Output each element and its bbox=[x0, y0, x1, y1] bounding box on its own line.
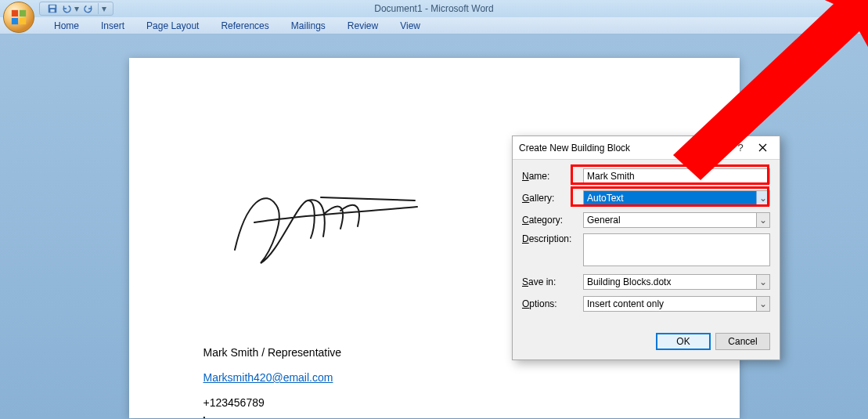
options-value: Insert content only bbox=[587, 298, 664, 309]
label-save-in: Save in: bbox=[522, 276, 583, 287]
qat-customize-icon[interactable]: ▾ bbox=[102, 3, 108, 14]
gallery-value: AutoText bbox=[587, 193, 624, 204]
signature-phone: +123456789 bbox=[203, 396, 265, 409]
label-gallery: Gallery: bbox=[522, 193, 583, 204]
tab-mailings[interactable]: Mailings bbox=[280, 18, 337, 34]
ribbon-tabs: Home Insert Page Layout References Maili… bbox=[0, 17, 868, 34]
undo-button[interactable] bbox=[60, 2, 73, 15]
chevron-down-icon: ⌄ bbox=[756, 191, 769, 205]
create-building-block-dialog: Create New Building Block ? Name: Galler… bbox=[512, 135, 780, 360]
tab-insert[interactable]: Insert bbox=[90, 18, 135, 34]
dialog-close-button[interactable] bbox=[751, 139, 773, 157]
tab-references[interactable]: References bbox=[210, 18, 279, 34]
chevron-down-icon: ⌄ bbox=[756, 297, 769, 311]
gallery-select[interactable]: AutoText ⌄ bbox=[583, 190, 770, 206]
dialog-title: Create New Building Block bbox=[519, 143, 729, 154]
signature-image bbox=[223, 168, 427, 269]
category-value: General bbox=[587, 215, 621, 226]
tab-view[interactable]: View bbox=[389, 18, 431, 34]
svg-rect-6 bbox=[50, 9, 54, 13]
window-title: Document1 - Microsoft Word bbox=[374, 3, 494, 14]
name-input[interactable] bbox=[583, 168, 770, 184]
title-bar: ▾ ▾ Document1 - Microsoft Word bbox=[0, 0, 868, 17]
tab-home[interactable]: Home bbox=[43, 18, 90, 34]
list-bullet: • bbox=[203, 414, 206, 419]
description-textarea[interactable] bbox=[583, 233, 770, 266]
signature-email-link[interactable]: Marksmith420@email.com bbox=[203, 371, 333, 384]
label-category: Category: bbox=[522, 215, 583, 226]
undo-dropdown-icon[interactable]: ▾ bbox=[74, 3, 81, 14]
quick-access-toolbar: ▾ ▾ bbox=[39, 2, 113, 16]
office-logo-icon bbox=[10, 9, 27, 26]
svg-rect-5 bbox=[50, 5, 56, 9]
close-icon bbox=[758, 143, 767, 152]
signature-name-line: Mark Smith / Representative bbox=[203, 346, 342, 359]
save-button[interactable] bbox=[46, 2, 59, 15]
redo-button[interactable] bbox=[82, 2, 95, 15]
label-name: Name: bbox=[522, 171, 583, 182]
tab-page-layout[interactable]: Page Layout bbox=[135, 18, 210, 34]
svg-rect-0 bbox=[12, 10, 18, 16]
label-description: Description: bbox=[522, 233, 583, 244]
svg-rect-1 bbox=[20, 10, 26, 16]
chevron-down-icon: ⌄ bbox=[756, 213, 769, 227]
category-select[interactable]: General ⌄ bbox=[583, 212, 770, 228]
chevron-down-icon: ⌄ bbox=[756, 275, 769, 289]
label-options: Options: bbox=[522, 298, 583, 309]
office-button[interactable] bbox=[3, 2, 34, 33]
tab-review[interactable]: Review bbox=[337, 18, 389, 34]
cancel-button[interactable]: Cancel bbox=[715, 333, 770, 350]
options-select[interactable]: Insert content only ⌄ bbox=[583, 296, 770, 312]
ok-button[interactable]: OK bbox=[656, 333, 711, 350]
dialog-help-button[interactable]: ? bbox=[729, 139, 751, 157]
dialog-titlebar[interactable]: Create New Building Block ? bbox=[513, 136, 780, 160]
svg-rect-2 bbox=[12, 18, 18, 24]
save-in-select[interactable]: Building Blocks.dotx ⌄ bbox=[583, 274, 770, 290]
svg-rect-3 bbox=[20, 18, 26, 24]
save-in-value: Building Blocks.dotx bbox=[587, 276, 671, 287]
